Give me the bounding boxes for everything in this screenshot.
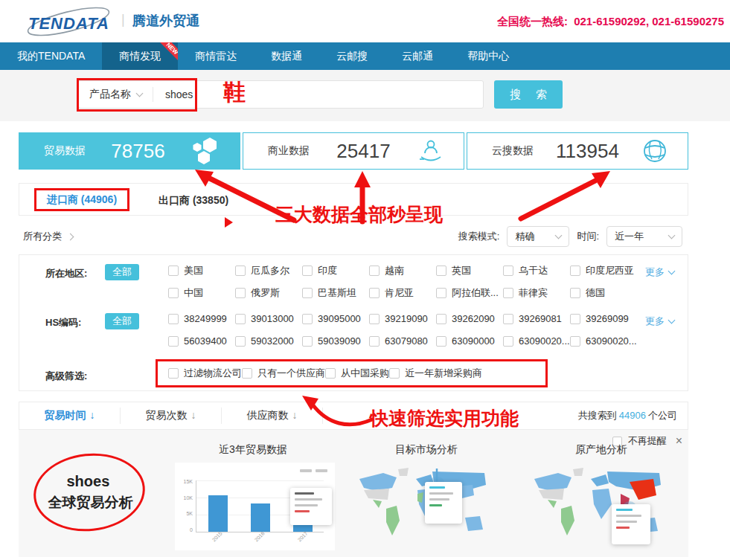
checkbox[interactable] xyxy=(168,336,179,347)
time-select[interactable]: 近一年 xyxy=(606,226,682,247)
checkbox[interactable] xyxy=(235,288,246,298)
search-button[interactable]: 搜 索 xyxy=(494,80,563,109)
checkbox[interactable] xyxy=(570,336,580,347)
hs-checkbox-item[interactable]: 39262090 xyxy=(436,313,503,324)
search-input[interactable] xyxy=(153,88,436,100)
globe-icon xyxy=(641,138,668,164)
checkbox[interactable] xyxy=(302,288,313,298)
region-checkbox-item[interactable]: 菲律宾 xyxy=(503,286,570,300)
checkbox[interactable] xyxy=(570,265,580,276)
checkbox-label: 39219090 xyxy=(385,313,428,324)
checkbox[interactable] xyxy=(503,265,513,276)
advanced-checkbox-item[interactable]: 近一年新增采购商 xyxy=(389,367,482,380)
hs-checkbox-item[interactable]: 39269081 xyxy=(503,313,570,324)
tendata-logo[interactable]: TENDATA xyxy=(21,4,118,39)
checkbox[interactable] xyxy=(436,288,446,298)
hs-all-badge[interactable]: 全部 xyxy=(105,313,139,329)
stat-card-trade[interactable]: 贸易数据 78756 xyxy=(19,132,240,170)
checkbox[interactable] xyxy=(570,314,580,324)
hs-checkbox-item[interactable]: 63079080 xyxy=(369,335,436,347)
region-checkbox-item[interactable]: 英国 xyxy=(436,264,503,277)
sort-supplier-count[interactable]: 供应商数 xyxy=(222,409,322,422)
hs-checkbox-item[interactable]: 39219090 xyxy=(369,313,436,324)
hs-checkbox-item[interactable]: 38249999 xyxy=(168,313,235,324)
checkbox[interactable] xyxy=(369,265,380,276)
checkbox[interactable] xyxy=(242,368,252,379)
region-checkbox-item[interactable]: 乌干达 xyxy=(503,264,570,277)
checkbox[interactable] xyxy=(503,288,513,298)
region-checkbox-item[interactable]: 肯尼亚 xyxy=(369,286,436,300)
brand-name: 腾道外贸通 xyxy=(132,12,199,30)
checkbox[interactable] xyxy=(570,288,580,298)
tab-exporters[interactable]: 出口商 (33850) xyxy=(159,184,228,216)
checkbox[interactable] xyxy=(389,368,400,379)
checkbox[interactable] xyxy=(168,288,179,298)
stat-card-cloudsearch[interactable]: 云搜数据 113954 xyxy=(467,132,688,170)
nav-item[interactable]: 数据通 xyxy=(254,42,319,70)
checkbox[interactable] xyxy=(168,314,179,324)
stat-card-business[interactable]: 商业数据 25417 xyxy=(243,132,464,170)
hexagon-cluster-icon xyxy=(190,136,220,166)
region-checkbox-item[interactable]: 厄瓜多尔 xyxy=(235,264,302,277)
checkbox-label: 中国 xyxy=(184,286,203,300)
hs-checkbox-item[interactable]: 63090020... xyxy=(503,335,570,347)
arrow-down-icon xyxy=(289,409,298,421)
checkbox[interactable] xyxy=(369,336,380,347)
region-checkbox-item[interactable]: 巴基斯坦 xyxy=(302,286,369,300)
checkbox[interactable] xyxy=(325,368,336,379)
sort-trade-time[interactable]: 贸易时间 xyxy=(19,409,120,422)
checkbox[interactable] xyxy=(436,265,446,276)
advanced-checkbox-item[interactable]: 过滤物流公司 xyxy=(168,367,242,380)
region-more-link[interactable]: 更多 xyxy=(645,265,674,279)
checkbox[interactable] xyxy=(235,314,246,324)
hs-checkbox-item[interactable]: 56039400 xyxy=(168,335,235,347)
checkbox[interactable] xyxy=(168,368,179,379)
hs-checkbox-item[interactable]: 39269099 xyxy=(570,313,637,324)
hs-checkbox-item[interactable]: 59039090 xyxy=(302,335,369,347)
nav-item[interactable]: 商情发现 NEW xyxy=(102,42,178,70)
nav-item[interactable]: 云邮通 xyxy=(385,42,450,70)
checkbox[interactable] xyxy=(235,336,246,347)
hs-more-link[interactable]: 更多 xyxy=(645,315,674,328)
checkbox[interactable] xyxy=(503,314,513,324)
all-categories-link[interactable]: 所有分类 xyxy=(23,230,73,243)
region-checkbox-item[interactable]: 印度 xyxy=(302,264,369,277)
nav-item[interactable]: 云邮搜 xyxy=(319,42,385,70)
hs-checkbox-item[interactable]: 59032000 xyxy=(235,335,302,347)
region-checkbox-item[interactable]: 越南 xyxy=(369,264,436,277)
checkbox[interactable] xyxy=(235,265,246,276)
checkbox[interactable] xyxy=(302,336,313,347)
region-all-badge[interactable]: 全部 xyxy=(105,264,139,280)
hs-checkbox-item[interactable]: 63090000 xyxy=(436,335,503,347)
nav-item[interactable]: 帮助中心 xyxy=(450,42,526,70)
stat-cards: 贸易数据 78756 商业数据 25417 xyxy=(19,132,688,170)
nav-item[interactable]: 商情雷达 xyxy=(178,42,254,70)
hs-checkbox-item[interactable]: 39095000 xyxy=(302,313,369,324)
checkbox[interactable] xyxy=(503,336,513,347)
tab-importers[interactable]: 进口商 (44906) xyxy=(34,188,129,211)
nav-item[interactable]: 我的TENDATA xyxy=(0,42,102,70)
checkbox[interactable] xyxy=(302,265,313,276)
hs-checkbox-item[interactable]: 63090020... xyxy=(570,335,637,347)
checkbox[interactable] xyxy=(436,336,446,347)
sort-trade-count[interactable]: 贸易次数 xyxy=(121,409,221,422)
region-checkbox-item[interactable]: 美国 xyxy=(168,264,235,277)
region-checkbox-item[interactable]: 印度尼西亚 xyxy=(570,264,637,277)
checkbox[interactable] xyxy=(369,314,380,324)
checkbox[interactable] xyxy=(369,288,380,298)
region-checkbox-item[interactable]: 俄罗斯 xyxy=(235,286,302,300)
advanced-checkbox-item[interactable]: 只有一个供应商 xyxy=(242,367,325,380)
search-category-dropdown[interactable]: 产品名称 xyxy=(79,81,153,108)
region-checkbox-item[interactable]: 阿拉伯联... xyxy=(436,286,503,300)
advanced-checkbox-item[interactable]: 从中国采购 xyxy=(325,367,389,380)
search-mode-select[interactable]: 精确 xyxy=(507,226,569,247)
region-checkbox-item[interactable]: 中国 xyxy=(168,286,235,300)
search-section: 产品名称 鞋 搜 索 xyxy=(0,70,730,121)
hs-checkbox-item[interactable]: 39013000 xyxy=(235,313,302,324)
region-checkbox-item[interactable]: 德国 xyxy=(570,286,637,300)
y-tick: 0 xyxy=(176,527,193,532)
checkbox[interactable] xyxy=(436,314,446,324)
checkbox[interactable] xyxy=(302,314,313,324)
checkbox[interactable] xyxy=(168,265,179,276)
checkbox-label: 越南 xyxy=(385,264,404,277)
